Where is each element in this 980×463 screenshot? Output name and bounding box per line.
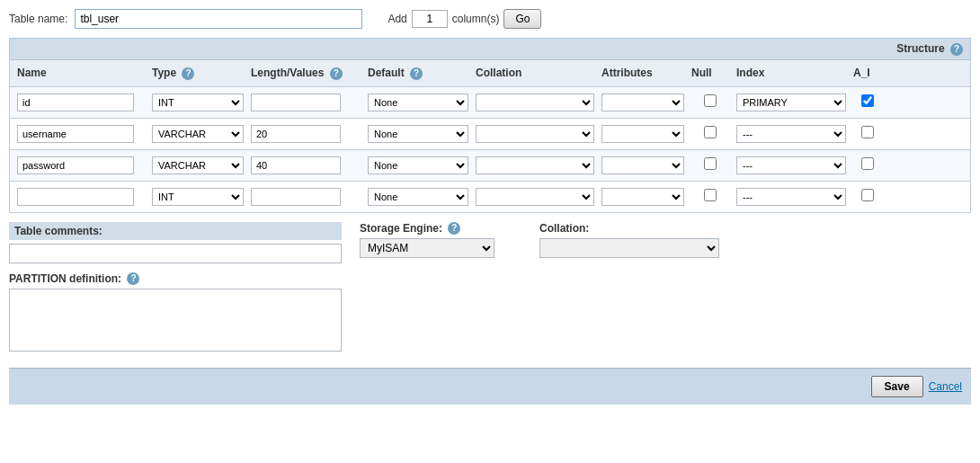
row-1-length-input[interactable] [251, 125, 341, 143]
partition-block: PARTITION definition: ? [9, 272, 342, 355]
header-index: Index [733, 65, 850, 82]
partition-label: PARTITION definition: ? [9, 272, 342, 286]
page-wrapper: Table name: Add column(s) Go Structure ?… [0, 0, 980, 463]
table-comments-input[interactable] [9, 244, 342, 263]
header-default: Default ? [364, 65, 472, 82]
storage-collation-block: Storage Engine: ? MyISAMInnoDBMEMORYCSVA… [360, 222, 971, 259]
add-col-section: Add column(s) Go [388, 9, 541, 29]
collation-bottom-block: Collation: [539, 222, 719, 258]
table-row: INTVARCHARTEXTDATEDATETIMEFLOATDECIMALCH… [9, 150, 971, 182]
row-0-length-input[interactable] [251, 93, 341, 111]
row-2-default-select[interactable]: NoneNULLCURRENT_TIMESTAMPas defined: [368, 156, 468, 174]
row-2-null-checkbox[interactable] [704, 157, 717, 170]
row-2-collation-select[interactable] [476, 156, 594, 174]
row-2-index-select[interactable]: ---PRIMARYUNIQUEINDEXFULLTEXT [736, 156, 846, 174]
header-length-label: Length/Values [251, 67, 324, 79]
row-1-name-input[interactable] [17, 125, 134, 143]
row-1-type-select[interactable]: INTVARCHARTEXTDATEDATETIMEFLOATDECIMALCH… [152, 125, 244, 143]
add-columns-input[interactable] [412, 10, 448, 28]
row-0-collation-select[interactable] [476, 93, 594, 111]
bottom-section: Table comments: PARTITION definition: ? … [9, 222, 971, 355]
collation-bottom-select[interactable] [539, 238, 719, 258]
structure-help-icon[interactable]: ? [950, 43, 963, 56]
header-name: Name [13, 65, 148, 82]
header-ai: A_I [850, 65, 886, 82]
length-help-icon[interactable]: ? [330, 67, 343, 80]
row-3-collation-select[interactable] [476, 188, 594, 206]
row-0-ai-checkbox[interactable] [861, 94, 874, 107]
table-comments-and-partition: Table comments: PARTITION definition: ? [9, 222, 342, 355]
storage-help-icon[interactable]: ? [448, 222, 460, 235]
storage-engine-select[interactable]: MyISAMInnoDBMEMORYCSVARCHIVE [360, 238, 494, 258]
row-0-null-checkbox[interactable] [704, 94, 717, 107]
header-null: Null [688, 65, 733, 82]
table-comments-label: Table comments: [9, 222, 342, 240]
table-name-label: Table name: [9, 13, 67, 25]
row-0-index-select[interactable]: ---PRIMARYUNIQUEINDEXFULLTEXT [736, 93, 846, 111]
row-1-null-checkbox[interactable] [704, 126, 717, 138]
row-3-index-select[interactable]: ---PRIMARYUNIQUEINDEXFULLTEXT [736, 188, 846, 206]
table-name-row: Table name: Add column(s) Go [9, 9, 971, 29]
header-length: Length/Values ? [247, 65, 364, 82]
table-row: INTVARCHARTEXTDATEDATETIMEFLOATDECIMALCH… [9, 87, 971, 119]
default-help-icon[interactable]: ? [410, 67, 423, 80]
partition-help-icon[interactable]: ? [127, 272, 139, 285]
save-button[interactable]: Save [871, 376, 923, 397]
column-rows-container: INTVARCHARTEXTDATEDATETIMEFLOATDECIMALCH… [9, 87, 971, 213]
columns-label: column(s) [452, 13, 500, 25]
row-2-ai-checkbox[interactable] [861, 157, 874, 170]
row-0-attr-select[interactable]: UNSIGNEDUNSIGNED ZEROFILLon update CURRE… [601, 93, 684, 111]
structure-section: Structure ? Name Type ? Length/Values ? … [9, 38, 971, 213]
row-3-attr-select[interactable]: UNSIGNEDUNSIGNED ZEROFILLon update CURRE… [601, 188, 684, 206]
partition-textarea[interactable] [9, 289, 342, 352]
table-comments-block: Table comments: [9, 222, 342, 263]
row-2-type-select[interactable]: INTVARCHARTEXTDATEDATETIMEFLOATDECIMALCH… [152, 156, 244, 174]
structure-label: Structure [896, 42, 944, 55]
row-1-attr-select[interactable]: UNSIGNEDUNSIGNED ZEROFILLon update CURRE… [601, 125, 684, 143]
go-button[interactable]: Go [503, 9, 541, 29]
table-name-input[interactable] [75, 9, 362, 29]
row-3-length-input[interactable] [251, 188, 341, 206]
row-1-collation-select[interactable] [476, 125, 594, 143]
structure-header: Structure ? [9, 38, 971, 60]
row-0-default-select[interactable]: NoneNULLCURRENT_TIMESTAMPas defined: [368, 93, 468, 111]
add-label: Add [388, 13, 406, 25]
header-type: Type ? [148, 65, 247, 82]
header-type-label: Type [152, 67, 176, 79]
row-3-null-checkbox[interactable] [704, 189, 717, 201]
type-help-icon[interactable]: ? [182, 67, 194, 80]
row-2-length-input[interactable] [251, 156, 341, 174]
column-headers: Name Type ? Length/Values ? Default ? Co… [9, 60, 971, 87]
storage-engine-block: Storage Engine: ? MyISAMInnoDBMEMORYCSVA… [360, 222, 521, 259]
row-2-name-input[interactable] [17, 156, 134, 174]
header-collation: Collation [472, 65, 598, 82]
header-attributes: Attributes [598, 65, 688, 82]
header-default-label: Default [368, 67, 405, 79]
cancel-button[interactable]: Cancel [929, 380, 962, 393]
row-1-index-select[interactable]: ---PRIMARYUNIQUEINDEXFULLTEXT [736, 125, 846, 143]
collation-bottom-label: Collation: [539, 222, 719, 235]
footer-bar: Save Cancel [9, 368, 971, 405]
row-1-default-select[interactable]: NoneNULLCURRENT_TIMESTAMPas defined: [368, 125, 468, 143]
storage-row: Storage Engine: ? MyISAMInnoDBMEMORYCSVA… [360, 222, 971, 259]
row-1-ai-checkbox[interactable] [861, 126, 874, 138]
row-3-default-select[interactable]: NoneNULLCURRENT_TIMESTAMPas defined: [368, 188, 468, 206]
row-2-attr-select[interactable]: UNSIGNEDUNSIGNED ZEROFILLon update CURRE… [601, 156, 684, 174]
row-3-type-select[interactable]: INTVARCHARTEXTDATEDATETIMEFLOATDECIMALCH… [152, 188, 244, 206]
row-0-name-input[interactable] [17, 93, 134, 111]
table-row: INTVARCHARTEXTDATEDATETIMEFLOATDECIMALCH… [9, 182, 971, 213]
row-3-ai-checkbox[interactable] [861, 189, 874, 201]
table-row: INTVARCHARTEXTDATEDATETIMEFLOATDECIMALCH… [9, 119, 971, 150]
row-0-type-select[interactable]: INTVARCHARTEXTDATEDATETIMEFLOATDECIMALCH… [152, 93, 244, 111]
storage-engine-label: Storage Engine: ? [360, 222, 521, 236]
row-3-name-input[interactable] [17, 188, 134, 206]
